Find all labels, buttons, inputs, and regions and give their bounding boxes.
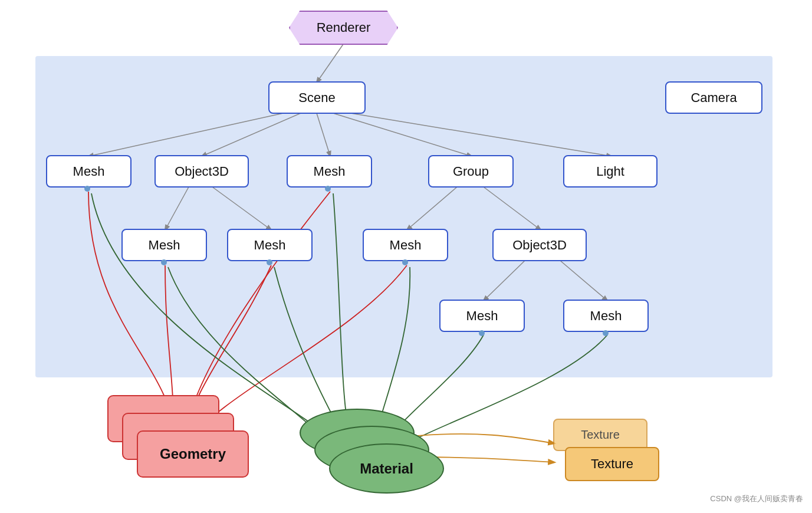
blue-panel: [35, 56, 772, 377]
texture2-node: Texture: [553, 419, 647, 451]
light1-label: Light: [596, 164, 624, 179]
mesh3-node: Mesh: [121, 229, 207, 261]
texture2-label: Texture: [581, 428, 620, 442]
mesh6-dot: [479, 330, 485, 336]
texture1-label: Texture: [591, 456, 633, 472]
mesh1-node: Mesh: [46, 155, 132, 188]
mesh2-dot: [325, 186, 331, 192]
mesh4-label: Mesh: [254, 238, 286, 253]
mesh7-dot: [603, 330, 609, 336]
mesh3-dot: [161, 259, 167, 265]
mesh6-label: Mesh: [466, 308, 498, 324]
mesh5-label: Mesh: [390, 238, 422, 253]
object3d2-label: Object3D: [512, 238, 567, 253]
scene-label: Scene: [298, 90, 335, 106]
mesh2-label: Mesh: [314, 164, 346, 179]
mesh2-node: Mesh: [287, 155, 372, 188]
group1-label: Group: [453, 164, 489, 179]
camera-node: Camera: [665, 81, 762, 114]
geometry1-node: Geometry: [137, 430, 249, 478]
object3d1-label: Object3D: [175, 164, 229, 179]
mesh7-label: Mesh: [590, 308, 622, 324]
mesh4-node: Mesh: [227, 229, 313, 261]
mesh3-label: Mesh: [149, 238, 180, 253]
mesh4-dot: [267, 259, 272, 265]
mesh1-label: Mesh: [73, 164, 105, 179]
mesh5-node: Mesh: [363, 229, 448, 261]
mesh1-dot: [84, 186, 90, 192]
mesh5-dot: [402, 259, 408, 265]
light1-node: Light: [563, 155, 658, 188]
renderer-node: Renderer: [289, 11, 398, 45]
group1-node: Group: [428, 155, 514, 188]
object3d1-node: Object3D: [154, 155, 249, 188]
material1-node: Material: [329, 443, 444, 494]
camera-label: Camera: [691, 90, 737, 106]
mesh7-node: Mesh: [563, 300, 649, 332]
renderer-label: Renderer: [317, 20, 371, 35]
texture1-node: Texture: [565, 447, 659, 481]
scene-node: Scene: [268, 81, 366, 114]
material1-label: Material: [360, 461, 413, 477]
object3d2-node: Object3D: [492, 229, 587, 261]
watermark: CSDN @我在人间贩卖青春: [710, 494, 803, 504]
geometry1-label: Geometry: [160, 446, 226, 462]
diagram-container: Renderer Scene Camera Mesh Object3D Mesh…: [0, 0, 812, 513]
mesh6-node: Mesh: [439, 300, 525, 332]
